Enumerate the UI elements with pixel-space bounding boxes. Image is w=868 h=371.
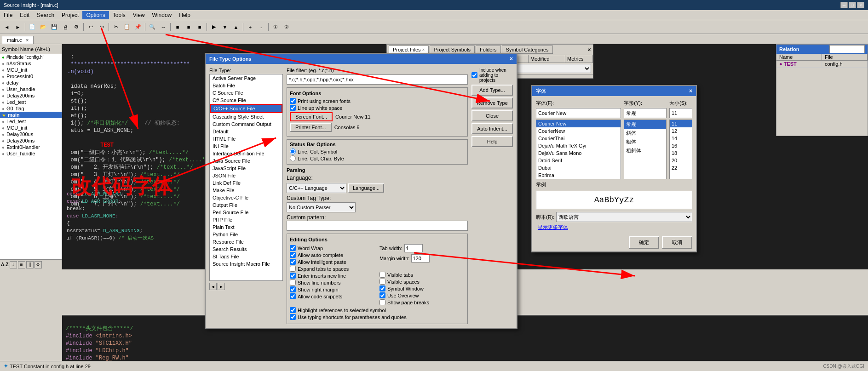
list-item[interactable]: ●G0_flag <box>0 105 62 112</box>
toolbar-undo[interactable]: ↩ <box>86 22 96 32</box>
list-item[interactable]: Batch File <box>210 82 282 89</box>
list-item[interactable]: ●delay <box>0 80 62 86</box>
visible-spaces-checkbox[interactable] <box>379 279 385 285</box>
font-list-item[interactable]: CourierThai <box>536 135 621 142</box>
visible-tabs-checkbox[interactable] <box>379 272 385 278</box>
az-btn[interactable]: ↕ <box>10 261 17 268</box>
toolbar-b10[interactable]: ② <box>282 22 292 32</box>
font-style-list[interactable]: 常规 斜体 粗体 粗斜体 <box>624 120 667 179</box>
margin-width-input[interactable] <box>411 254 430 263</box>
toolbar-forward[interactable]: ► <box>13 22 23 32</box>
language-btn[interactable]: Language... <box>348 183 384 193</box>
list-item[interactable]: JavaScript File <box>210 165 282 172</box>
size-list-item[interactable]: 11 <box>670 120 692 127</box>
font-size-input[interactable] <box>669 108 692 118</box>
use-overview-checkbox[interactable] <box>379 292 385 298</box>
tab-width-input[interactable] <box>404 244 423 252</box>
size-list-item[interactable]: 20 <box>670 157 692 164</box>
list-item[interactable]: SI Tags File <box>210 253 282 260</box>
list-item[interactable]: Default <box>210 128 282 135</box>
code-snippets-checkbox[interactable] <box>290 293 296 299</box>
toolbar-redo[interactable]: ↪ <box>97 22 107 32</box>
intelligent-paste-checkbox[interactable] <box>290 259 296 265</box>
list-item[interactable]: ●MCU_init <box>0 67 62 73</box>
symbol-list[interactable]: ●#include "config.h" ●nAsrStatus ●MCU_in… <box>0 54 62 259</box>
list-item[interactable]: ●Led_test <box>0 99 62 105</box>
list-item[interactable]: Plain Text <box>210 223 282 231</box>
list-item[interactable]: Search Results <box>210 245 282 253</box>
toolbar-open[interactable]: 📂 <box>38 22 48 32</box>
list-item[interactable]: Link Def File <box>210 179 282 187</box>
list-item[interactable]: Interface Definition File <box>210 150 282 157</box>
list-item[interactable]: Objective-C File <box>210 194 282 201</box>
list-item[interactable]: ●Delay200us <box>0 131 62 137</box>
custom-pattern-input[interactable] <box>287 221 468 231</box>
style-list-item[interactable]: 斜体 <box>624 129 666 137</box>
auto-indent-button[interactable]: Auto Indent... <box>471 123 513 134</box>
list-item-cpp[interactable]: C/C++ Source File <box>210 104 282 113</box>
file-type-list[interactable]: Active Server Page Batch File C Source F… <box>209 74 283 281</box>
list-item[interactable]: Java Source File <box>210 157 282 165</box>
size-list-item[interactable]: 12 <box>670 127 692 135</box>
relation-tab-references[interactable]: References <box>829 45 865 53</box>
close-btn[interactable]: × <box>857 2 864 8</box>
add-type-button[interactable]: Add Type... <box>471 85 513 96</box>
toolbar-b9[interactable]: ① <box>270 22 281 32</box>
toolbar-new[interactable]: 📄 <box>27 22 37 32</box>
symbol-window-checkbox[interactable] <box>379 285 385 291</box>
list-item[interactable]: Resource File <box>210 238 282 245</box>
dialog-close-icon[interactable]: × <box>510 56 513 62</box>
toolbar-b3[interactable]: ■ <box>195 22 205 32</box>
toolbar-b4[interactable]: ▶ <box>209 22 219 32</box>
typing-shortcuts-checkbox[interactable] <box>290 314 296 320</box>
close-button[interactable]: Close <box>471 110 513 121</box>
enter-inserts-checkbox[interactable] <box>290 273 296 279</box>
list-item[interactable]: PHP File <box>210 216 282 223</box>
list-item[interactable]: ●MCU_init <box>0 125 62 131</box>
style-list-item[interactable]: 粗体 <box>624 137 666 146</box>
list-item[interactable]: Output File <box>210 201 282 209</box>
list-item[interactable]: C Source File <box>210 89 282 97</box>
list-item[interactable]: Perl Source File <box>210 209 282 216</box>
status-radio-line-col-sym[interactable] <box>290 148 296 154</box>
tab-close[interactable]: × <box>26 38 29 43</box>
toolbar-save[interactable]: 💾 <box>49 22 59 32</box>
list-item[interactable]: C# Source File <box>210 97 282 104</box>
font-list-item[interactable]: Droid Serif <box>536 157 621 164</box>
list-item[interactable]: Custom Command Output <box>210 120 282 128</box>
show-right-margin-checkbox[interactable] <box>290 286 296 292</box>
list-item[interactable]: ●#include "config.h" <box>0 54 62 60</box>
auto-complete-checkbox[interactable] <box>290 252 296 258</box>
list-item[interactable]: Make File <box>210 187 282 194</box>
az-btn4[interactable]: ⚙ <box>34 261 42 268</box>
menu-window[interactable]: Window <box>149 11 176 19</box>
expand-tabs-checkbox[interactable] <box>290 266 296 272</box>
font-cancel-button[interactable]: 取消 <box>662 236 692 249</box>
az-btn2[interactable]: ≡ <box>18 261 25 268</box>
toolbar-options[interactable]: ⚙ <box>71 22 81 32</box>
font-size-list[interactable]: 11 12 14 16 18 20 22 <box>669 120 692 179</box>
pf-panel-close[interactable]: × <box>587 46 591 53</box>
highlight-refs-checkbox[interactable] <box>290 307 296 313</box>
more-fonts-link[interactable]: 显示更多字体 <box>538 224 568 230</box>
toolbar-b1[interactable]: ■ <box>172 22 183 32</box>
font-list-item[interactable]: Courier New <box>536 120 621 127</box>
tab-main-c[interactable]: main.c × <box>2 36 34 44</box>
size-list-item[interactable]: 16 <box>670 142 692 149</box>
toolbar-b6[interactable]: ▲ <box>231 22 241 32</box>
screen-font-button[interactable]: Screen Font... <box>290 112 333 121</box>
help-button[interactable]: Help <box>471 136 513 147</box>
menu-search[interactable]: Search <box>33 11 58 19</box>
toolbar-b2[interactable]: ■ <box>184 22 194 32</box>
toolbar-copy[interactable]: 📋 <box>122 22 132 32</box>
list-item[interactable]: ●nAsrStatus <box>0 60 62 67</box>
font-name-list[interactable]: Courier New CourierNew CourierThai DejaV… <box>536 120 621 179</box>
menu-tools[interactable]: Tools <box>109 11 129 19</box>
list-item[interactable]: Cascading Style Sheet <box>210 113 282 120</box>
toolbar-b7[interactable]: + <box>245 22 255 32</box>
font-style-input[interactable] <box>624 108 667 118</box>
font-dialog-close-icon[interactable]: × <box>689 88 692 94</box>
list-item[interactable]: ●ExtInt0Handler <box>0 144 62 150</box>
toolbar-b8[interactable]: - <box>256 22 266 32</box>
menu-project[interactable]: Project <box>58 11 82 19</box>
